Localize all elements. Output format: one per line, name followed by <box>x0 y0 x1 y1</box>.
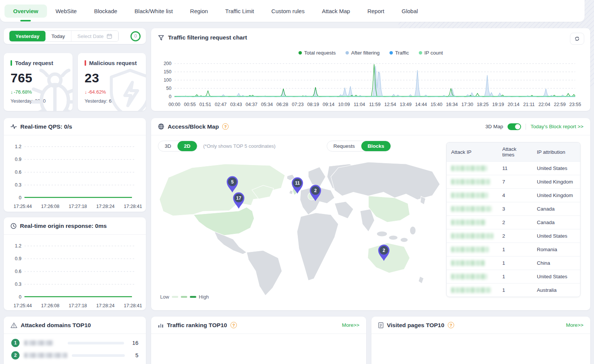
map-note: (*Only shows TOP 5 coordinates) <box>203 143 276 149</box>
scale-low-label: Low <box>160 294 169 300</box>
svg-text:04:37: 04:37 <box>245 102 257 107</box>
nav-tab-region[interactable]: Region <box>182 5 217 18</box>
traffic-ranking-help-icon[interactable]: ? <box>230 322 237 328</box>
stat-label: Malicious request <box>85 60 146 66</box>
ip-attribution-cell: China <box>532 256 580 270</box>
svg-text:09:14: 09:14 <box>323 102 334 107</box>
nav-tab-report[interactable]: Report <box>359 5 393 18</box>
pin-icon: 17 <box>232 192 245 209</box>
svg-text:150: 150 <box>164 69 171 74</box>
ip-attribution-cell: United States <box>532 162 580 175</box>
refresh-button[interactable] <box>570 33 584 45</box>
svg-text:10:09: 10:09 <box>338 102 350 107</box>
rank-badge: 2 <box>11 351 20 359</box>
todays-block-report-link[interactable]: Today's Block report >> <box>530 124 583 129</box>
traffic-ranking-card: Traffic ranking TOP10 ? More>> <box>151 317 366 364</box>
attack-times-cell: 1 <box>498 270 532 284</box>
nav-tab-traffic-limit[interactable]: Traffic Limit <box>217 5 263 18</box>
nav-tab-global[interactable]: Global <box>393 5 426 18</box>
attack-times-cell: 1 <box>498 243 532 256</box>
svg-text:13:49: 13:49 <box>400 102 411 107</box>
attacked-domain-row: 25 <box>4 349 146 361</box>
scale-high-label: High <box>199 294 209 300</box>
traffic-ranking-more-link[interactable]: More>> <box>342 322 359 328</box>
svg-text:0: 0 <box>19 195 21 200</box>
x-tick: 17:27:18 <box>69 204 87 209</box>
map-pin-united-states[interactable]: 17 <box>232 192 245 209</box>
map-header: Access/Block Map ? 3D Map Today's Block … <box>151 118 590 135</box>
legend-dot <box>345 51 349 55</box>
x-tick: 17:28:41 <box>124 204 142 209</box>
svg-text:22:59: 22:59 <box>554 102 565 107</box>
svg-text:20:14: 20:14 <box>508 102 519 107</box>
map-header-right: 3D Map Today's Block report >> <box>485 123 583 130</box>
pin-icon: 2 <box>377 244 390 261</box>
traffic-ranking-header: Traffic ranking TOP10 ? More>> <box>151 317 366 334</box>
nav-tab-custom-rules[interactable]: Custom rules <box>263 5 313 18</box>
nav-tab-attack-map[interactable]: Attack Map <box>313 5 359 18</box>
origin-response-card: Real-time origin response: 0ms 00.30.60.… <box>4 217 146 310</box>
map-help-icon[interactable]: ? <box>222 123 229 130</box>
today-request-value: 765 <box>11 71 73 85</box>
malicious-request-value: 23 <box>85 71 146 85</box>
map-pin-canada[interactable]: 5 <box>226 176 239 193</box>
clock-icon <box>11 223 17 229</box>
legend-dot <box>419 51 422 55</box>
3d-map-toggle[interactable] <box>508 123 521 130</box>
x-tick: 17:25:44 <box>14 303 32 308</box>
map-pin-united-kingdom[interactable]: 11 <box>291 177 304 194</box>
nav-tab-overview[interactable]: Overview <box>5 5 47 18</box>
attack-count-bar <box>72 354 125 357</box>
svg-text:08:19: 08:19 <box>307 102 319 107</box>
attack-table-row: 1Romania <box>447 243 580 256</box>
visited-pages-help-icon[interactable]: ? <box>448 322 454 328</box>
legend-item-traffic[interactable]: Traffic <box>389 50 409 56</box>
attack-times-cell: 3 <box>498 202 532 216</box>
nav-tab-website[interactable]: WebSite <box>47 5 85 18</box>
nav-tab-black-white-list[interactable]: Black/White list <box>126 5 182 18</box>
visited-pages-header: Visited pages TOP10 ? More>> <box>371 317 590 334</box>
map-pin-australia[interactable]: 2 <box>377 244 390 261</box>
svg-text:2: 2 <box>383 248 385 253</box>
svg-text:0: 0 <box>169 94 171 99</box>
arrow-down-icon: ↓ <box>85 89 87 95</box>
x-tick: 17:26:08 <box>41 204 59 209</box>
legend-item-ip-count[interactable]: IP count <box>419 50 443 56</box>
attack-table-row: 1Australia <box>447 284 580 297</box>
yesterday-button[interactable]: Yesterday <box>9 31 45 41</box>
map-dim-button-2d[interactable]: 2D <box>177 141 197 151</box>
map-pin-eastern-europe[interactable]: 2 <box>309 184 322 202</box>
refresh-countdown-ring[interactable]: 0 <box>130 31 141 41</box>
select-date-input[interactable]: Select Date <box>71 31 118 41</box>
today-button[interactable]: Today <box>45 31 71 41</box>
scale-dash-low <box>172 296 178 298</box>
legend-item-total-requests[interactable]: Total requests <box>299 50 336 56</box>
pin-icon: 5 <box>226 176 239 193</box>
svg-text:12:54: 12:54 <box>384 102 396 107</box>
x-tick: 17:28:24 <box>96 303 115 308</box>
3d-map-toggle-label: 3D Map <box>485 124 503 129</box>
visited-pages-more-link[interactable]: More>> <box>566 322 583 328</box>
legend-item-after-filtering[interactable]: After filtering <box>345 50 380 56</box>
map-mode-button-blocks[interactable]: Blocks <box>361 141 391 151</box>
map-mode-button-requests[interactable]: Requests <box>327 141 361 151</box>
attacked-domains-title: Attacked domains TOP10 <box>21 322 91 329</box>
pin-icon: 2 <box>309 184 322 202</box>
svg-text:00:00: 00:00 <box>168 102 180 107</box>
attack-table-row: 7United Kingdom <box>447 175 580 189</box>
svg-text:0.3: 0.3 <box>15 182 21 188</box>
document-icon <box>378 322 383 328</box>
svg-text:2: 2 <box>314 188 317 193</box>
svg-text:0.6: 0.6 <box>15 170 21 175</box>
blurred-attack-ip <box>451 206 492 212</box>
map-dim-button-3d[interactable]: 3D <box>158 141 177 151</box>
attack-table-head: Attack IPAttack timesIP attribution <box>447 143 580 162</box>
svg-text:50: 50 <box>166 86 171 91</box>
origin-title: Real-time origin response: 0ms <box>20 223 107 229</box>
nav-tab-blockade[interactable]: Blockade <box>85 5 126 18</box>
qps-header: Real-time QPS: 0/s <box>4 118 146 135</box>
svg-text:05:34: 05:34 <box>261 102 273 107</box>
ip-attribution-cell: Canada <box>532 216 580 229</box>
svg-text:16:34: 16:34 <box>446 102 458 107</box>
attacked-domain-row: 116 <box>4 337 146 349</box>
